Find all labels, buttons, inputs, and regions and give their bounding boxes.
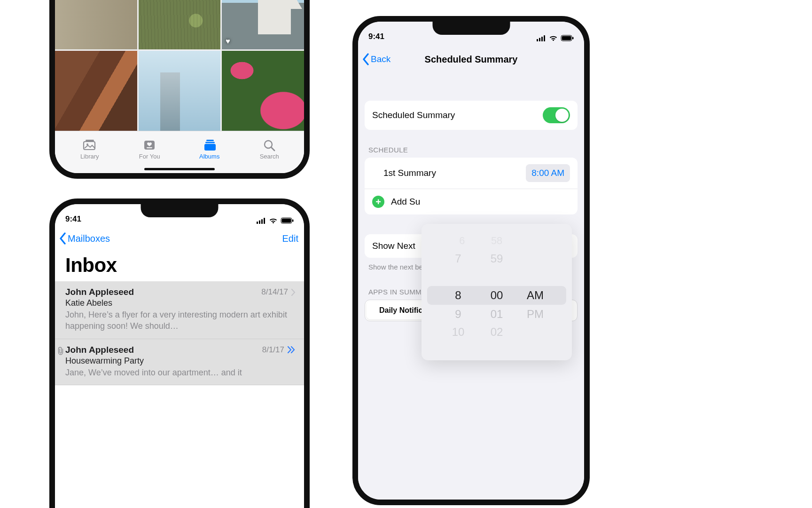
picker-hour[interactable]: 7 xyxy=(448,252,468,265)
paperclip-icon xyxy=(57,347,64,355)
back-label: Mailboxes xyxy=(68,233,110,244)
first-summary-label: 1st Summary xyxy=(372,168,436,178)
picker-period[interactable]: PM xyxy=(525,308,545,321)
add-summary-button[interactable]: + xyxy=(372,196,384,208)
photos-device: ♥ ♥ Library For You Albums xyxy=(49,0,310,179)
back-button[interactable]: Mailboxes xyxy=(59,232,110,245)
notch xyxy=(141,204,219,217)
tab-label: Library xyxy=(80,153,99,160)
chevron-left-icon xyxy=(362,53,370,65)
photo-thumbnail[interactable] xyxy=(222,51,304,131)
svg-rect-12 xyxy=(261,219,263,224)
edit-button[interactable]: Edit xyxy=(282,233,298,244)
forward-double-icon xyxy=(287,346,296,353)
tab-for-you[interactable]: For You xyxy=(120,138,180,160)
favorite-icon: ♥ xyxy=(226,37,230,46)
status-time: 9:41 xyxy=(65,214,81,224)
message-subject: Katie Abeles xyxy=(65,298,296,308)
chevron-right-icon xyxy=(291,289,296,296)
svg-rect-10 xyxy=(257,222,258,224)
wifi-icon xyxy=(549,35,558,41)
back-button[interactable]: Back xyxy=(362,53,390,65)
photos-tabbar: Library For You Albums Search xyxy=(55,131,304,173)
svg-rect-6 xyxy=(205,142,215,143)
svg-rect-23 xyxy=(572,37,574,40)
message-date: 8/1/17 xyxy=(262,345,284,355)
add-summary-label: Add Su xyxy=(391,197,420,207)
mail-navbar: Mailboxes Edit xyxy=(55,227,304,250)
cellular-icon xyxy=(537,35,546,41)
mail-device: 9:41 Mailboxes Edit Inbox John Appleseed… xyxy=(49,198,310,508)
tab-albums[interactable]: Albums xyxy=(180,138,240,160)
photo-grid[interactable]: ♥ ♥ xyxy=(55,0,304,131)
status-time: 9:41 xyxy=(368,32,384,41)
svg-rect-1 xyxy=(86,140,94,141)
picker-minute-selected[interactable]: 00 xyxy=(487,289,507,302)
picker-period-selected[interactable]: AM xyxy=(525,289,545,302)
back-label: Back xyxy=(371,54,390,64)
picker-hour[interactable]: 10 xyxy=(448,325,468,339)
message-preview: Jane, We’ve moved into our apartment… an… xyxy=(65,367,296,378)
tab-label: Albums xyxy=(199,153,219,160)
picker-minute[interactable]: 58 xyxy=(488,235,506,246)
svg-rect-4 xyxy=(147,147,152,148)
photo-thumbnail[interactable] xyxy=(139,0,221,49)
battery-icon xyxy=(561,35,574,41)
svg-rect-0 xyxy=(84,142,95,150)
battery-icon xyxy=(281,217,294,224)
svg-rect-22 xyxy=(562,36,571,40)
message-row[interactable]: John Appleseed 8/1/17 Housewarming Party… xyxy=(55,339,304,385)
schedule-header: SCHEDULE xyxy=(358,146,584,158)
message-sender: John Appleseed xyxy=(65,287,134,297)
picker-minute[interactable]: 02 xyxy=(487,325,507,339)
message-list[interactable]: John Appleseed 8/14/17 Katie Abeles John… xyxy=(55,281,304,385)
settings-device: 9:41 Back Scheduled Summary Scheduled Su… xyxy=(352,16,590,505)
photos-screen: ♥ ♥ Library For You Albums xyxy=(55,0,304,173)
albums-icon xyxy=(202,138,217,151)
svg-rect-5 xyxy=(206,140,214,141)
time-picker-popover[interactable]: 658 759 800AM 901PM 1002 xyxy=(422,224,572,360)
cellular-icon xyxy=(257,218,266,224)
svg-rect-7 xyxy=(204,144,216,151)
svg-rect-19 xyxy=(541,37,543,41)
toggle-card: Scheduled Summary xyxy=(365,101,578,130)
svg-rect-15 xyxy=(282,219,291,223)
for-you-icon xyxy=(142,138,157,151)
tab-library[interactable]: Library xyxy=(60,138,120,160)
svg-rect-17 xyxy=(537,39,538,41)
tab-label: For You xyxy=(139,153,160,160)
photo-thumbnail[interactable] xyxy=(139,51,221,131)
message-sender: John Appleseed xyxy=(65,345,134,355)
photo-thumbnail[interactable] xyxy=(55,51,137,131)
picker-minute[interactable]: 01 xyxy=(487,308,507,321)
first-summary-time[interactable]: 8:00 AM xyxy=(526,164,570,182)
settings-screen: 9:41 Back Scheduled Summary Scheduled Su… xyxy=(358,22,584,500)
scheduled-summary-toggle[interactable] xyxy=(543,107,570,123)
message-date: 8/14/17 xyxy=(261,287,288,297)
show-next-label: Show Next xyxy=(372,241,415,251)
message-row[interactable]: John Appleseed 8/14/17 Katie Abeles John… xyxy=(55,281,304,339)
svg-line-9 xyxy=(271,147,274,151)
tab-label: Search xyxy=(260,153,279,160)
schedule-card: 1st Summary 8:00 AM + Add Su xyxy=(365,158,578,214)
page-title: Inbox xyxy=(65,254,117,277)
picker-minute[interactable]: 59 xyxy=(487,252,507,265)
search-icon xyxy=(262,138,277,151)
home-indicator[interactable] xyxy=(144,168,215,170)
photo-thumbnail[interactable] xyxy=(55,0,137,49)
picker-hour[interactable]: 6 xyxy=(453,235,471,246)
svg-rect-11 xyxy=(259,220,260,224)
svg-rect-13 xyxy=(264,218,265,224)
library-icon xyxy=(82,138,97,151)
message-preview: John, Here’s a flyer for a very interest… xyxy=(65,309,296,332)
wifi-icon xyxy=(269,217,278,224)
message-subject: Housewarming Party xyxy=(65,356,296,366)
settings-navbar: Back Scheduled Summary xyxy=(358,46,584,72)
picker-hour-selected[interactable]: 8 xyxy=(448,289,468,302)
svg-rect-20 xyxy=(544,35,545,41)
notch xyxy=(432,22,510,35)
picker-hour[interactable]: 9 xyxy=(448,308,468,321)
tab-search[interactable]: Search xyxy=(240,138,300,160)
svg-rect-18 xyxy=(539,38,540,41)
photo-thumbnail[interactable]: ♥ xyxy=(222,0,304,49)
